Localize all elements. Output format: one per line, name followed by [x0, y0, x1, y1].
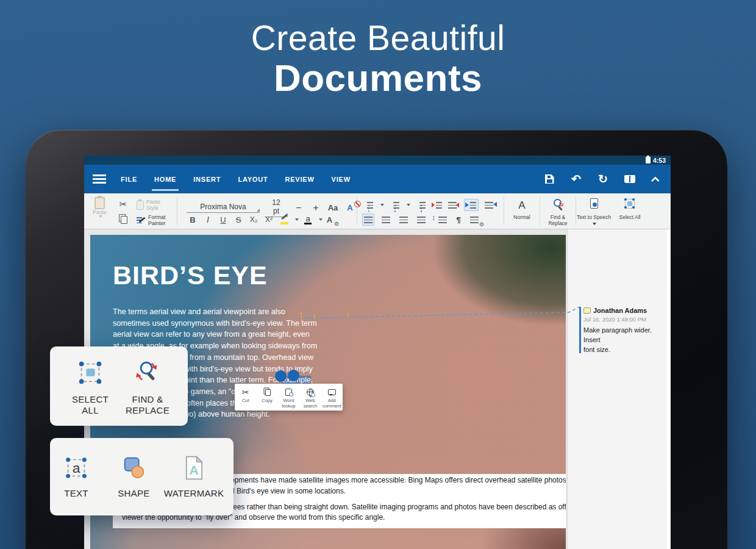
align-justify-button[interactable]	[415, 214, 427, 226]
collapse-toolbar-button[interactable]	[650, 173, 663, 186]
multilevel-list-button[interactable]	[415, 199, 427, 211]
svg-text:A: A	[189, 463, 198, 477]
panel-scroll-strip[interactable]	[667, 229, 671, 549]
clock: 4:53	[653, 157, 666, 164]
line-spacing-lines-icon	[438, 217, 447, 223]
selection-handle-end[interactable]	[288, 370, 299, 381]
caret-down-icon[interactable]	[295, 218, 299, 221]
font-family-dropdown[interactable]: Proxima Nova	[187, 203, 260, 213]
comment-timestamp: Jul 16, 2020 1:48:00 PM	[583, 316, 646, 323]
show-formatting-button[interactable]: ¶	[452, 214, 465, 226]
context-copy[interactable]: Copy	[256, 384, 277, 411]
paste-button[interactable]: Paste	[93, 197, 107, 218]
decrease-font-button[interactable]: −	[293, 202, 305, 214]
clear-formatting-button[interactable]: A	[344, 202, 356, 214]
highlighter-icon	[280, 215, 289, 224]
find-replace-icon: ↻	[552, 198, 563, 209]
superscript-button[interactable]: X²	[263, 214, 275, 226]
context-web-search[interactable]: Web search	[299, 384, 321, 411]
align-justify-icon	[417, 217, 426, 223]
redo-button[interactable]: ↻	[596, 173, 610, 186]
insert-shape-action[interactable]: SHAPE	[111, 455, 157, 499]
paragraph-direction-rtl-icon	[491, 202, 497, 207]
text-context-menu: ✂ Cut Copy Word lookup Web search	[235, 384, 343, 411]
context-word-lookup[interactable]: Word lookup	[278, 384, 299, 411]
paragraph-ltr-button[interactable]	[464, 199, 479, 211]
comment-body[interactable]: Make paragraph wider. Insert font size.	[583, 325, 667, 354]
insert-popup-card: a TEXT SHAPE A WATERMARK	[50, 438, 234, 515]
text-icon: a	[63, 455, 89, 481]
select-all-icon	[625, 199, 635, 209]
shape-icon	[121, 455, 147, 481]
context-cut[interactable]: ✂ Cut	[235, 384, 256, 411]
select-all-action[interactable]: SELECTALL	[66, 359, 115, 416]
tab-review[interactable]: REVIEW	[276, 165, 323, 193]
font-group: Proxima Nova 12 pt − + Aa A B I U S X₂ X…	[180, 193, 355, 229]
app-bar-actions: ↶ ↻	[543, 165, 663, 193]
find-replace-icon	[134, 359, 162, 387]
tab-insert[interactable]: INSERT	[185, 165, 229, 193]
paragraph-settings-button[interactable]	[470, 214, 482, 226]
underline-button[interactable]: U	[217, 214, 229, 226]
decrease-indent-button[interactable]	[448, 199, 460, 211]
align-right-button[interactable]	[398, 214, 410, 226]
bold-button[interactable]: B	[187, 214, 199, 226]
change-case-button[interactable]: Aa	[327, 202, 339, 214]
select-all-button[interactable]: Select All	[612, 198, 647, 220]
paste-style-button[interactable]: Paste Style	[137, 199, 167, 211]
insert-watermark-action[interactable]: A WATERMARK	[163, 455, 224, 499]
book-icon	[624, 175, 635, 183]
caret-down-icon	[593, 223, 596, 225]
text-to-speech-button[interactable]: Text to Speech	[576, 198, 612, 226]
increase-indent-button[interactable]	[431, 199, 443, 211]
selection-handle-start[interactable]	[275, 370, 287, 382]
font-color-button[interactable]: a	[302, 214, 314, 226]
line-spacing-button[interactable]	[433, 214, 447, 226]
align-left-button[interactable]	[362, 214, 374, 226]
comment-bubble-icon	[583, 307, 591, 314]
highlight-button[interactable]	[278, 214, 290, 226]
caret-down-icon[interactable]	[380, 204, 384, 206]
insert-text-action[interactable]: a TEXT	[55, 455, 98, 499]
tab-home[interactable]: HOME	[146, 165, 185, 193]
bullet-list-button[interactable]	[362, 199, 374, 211]
paragraph-group: ¶	[358, 193, 500, 229]
hero-title: Create Beautiful Documents	[0, 18, 756, 99]
bullet-list-icon	[367, 202, 373, 209]
style-normal-button[interactable]: A Normal	[504, 198, 540, 220]
align-center-icon	[382, 217, 390, 223]
format-painter-button[interactable]: Format Painter	[137, 214, 170, 226]
paragraph-rtl-button[interactable]	[483, 199, 497, 211]
hero-line2: Documents	[0, 57, 756, 99]
cut-button[interactable]: ✂	[117, 198, 129, 210]
paragraph-direction-icon	[465, 203, 471, 207]
caret-down-icon[interactable]	[319, 218, 323, 221]
read-mode-button[interactable]	[623, 173, 637, 186]
italic-button[interactable]: I	[202, 214, 214, 226]
text-cursor	[301, 312, 302, 321]
numbered-list-button[interactable]	[388, 199, 401, 211]
promo-page: Create Beautiful Documents 4:53 FILE HOM…	[0, 0, 756, 549]
tab-file[interactable]: FILE	[112, 165, 146, 193]
font-settings-button[interactable]: A	[326, 214, 338, 226]
select-all-icon	[76, 359, 104, 387]
tab-layout[interactable]: LAYOUT	[229, 165, 276, 193]
align-center-button[interactable]	[380, 214, 392, 226]
context-add-comment[interactable]: Add comment	[321, 384, 343, 411]
tab-view[interactable]: VIEW	[323, 165, 359, 193]
copy-button[interactable]	[117, 213, 129, 225]
comment-author[interactable]: Jonathan Adams	[593, 307, 647, 314]
chevron-up-icon	[651, 176, 660, 185]
subscript-button[interactable]: X₂	[248, 214, 260, 226]
save-button[interactable]	[543, 173, 556, 186]
svg-text:a: a	[73, 460, 80, 476]
copy-icon	[121, 216, 127, 224]
hamburger-menu-icon[interactable]	[93, 174, 106, 184]
find-replace-action[interactable]: FIND &REPLACE	[123, 359, 172, 416]
format-toolbar: Paste ✂ Paste Style Format Painter	[84, 193, 671, 229]
find-replace-button[interactable]: ↻ Find & Replace	[540, 198, 576, 226]
increase-font-button[interactable]: +	[310, 202, 322, 214]
undo-button[interactable]: ↶	[569, 173, 583, 186]
strikethrough-button[interactable]: S	[232, 214, 244, 226]
caret-down-icon[interactable]	[407, 204, 410, 206]
